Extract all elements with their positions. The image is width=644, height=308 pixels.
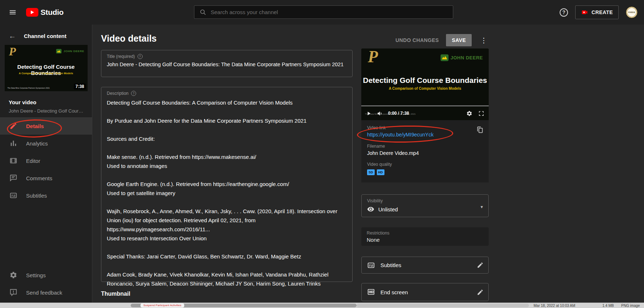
subtitles-card-label: Subtitles: [380, 262, 401, 268]
sidebar-item-editor[interactable]: Editor: [0, 152, 92, 169]
sidebar-item-details[interactable]: Details: [0, 117, 92, 135]
help-button[interactable]: ?: [560, 8, 568, 17]
subtitles-icon: [367, 261, 375, 269]
eye-icon: [367, 206, 374, 213]
pencil-icon: [9, 122, 17, 130]
save-button[interactable]: SAVE: [446, 34, 472, 46]
title-label-row: Title (required) ?: [107, 54, 347, 59]
youtube-play-icon: [26, 8, 38, 17]
overflow-menu-button[interactable]: ⋮: [479, 36, 489, 45]
edit-end-screen-button[interactable]: [477, 289, 484, 296]
deere-icon: [441, 54, 449, 61]
sidebar-item-label: Comments: [26, 175, 52, 181]
description-label-row: Description ?: [107, 91, 347, 96]
search-icon: [199, 9, 206, 16]
feedback-icon: [9, 288, 17, 296]
topbar: Studio ? CREATE PURDUE: [0, 0, 644, 25]
play-icon: [366, 110, 372, 117]
topbar-right-group: ? CREATE PURDUE: [560, 0, 637, 25]
sidebar-footer: Settings Send feedback: [0, 266, 92, 301]
avatar-text: PURDUE: [628, 12, 635, 13]
sidebar-item-label: Details: [26, 123, 44, 129]
scrollbar-handle[interactable]: [357, 304, 529, 307]
chevron-down-icon[interactable]: ▾: [480, 204, 483, 210]
end-screen-icon: [367, 288, 375, 296]
volume-icon: [377, 110, 383, 117]
create-label: CREATE: [592, 9, 613, 15]
description-label: Description: [107, 91, 129, 96]
undo-changes-button[interactable]: UNDO CHANGES: [395, 37, 439, 43]
description-value[interactable]: Detecting Golf Course Boundaries: A Comp…: [107, 98, 347, 288]
player-settings-button[interactable]: [466, 110, 472, 117]
edit-subtitles-button[interactable]: [477, 262, 484, 269]
deere-icon: [56, 49, 62, 54]
your-video-label: Your video: [0, 91, 92, 105]
thumbnail-section-label: Thumbnail: [101, 291, 130, 297]
video-link[interactable]: https://youtu.be/yMI9ecunYck: [367, 132, 434, 138]
title-field[interactable]: Title (required) ? John Deere - Detectin…: [101, 50, 353, 77]
hamburger-icon: [9, 8, 17, 16]
create-button[interactable]: CREATE: [575, 5, 619, 19]
youtube-studio-logo[interactable]: Studio: [26, 8, 64, 17]
back-label: Channel content: [24, 33, 67, 39]
sidebar-item-label: Editor: [26, 158, 40, 164]
filename-value: John Deere Video.mp4: [367, 150, 483, 156]
bar-chart-icon: [9, 139, 17, 147]
thumbnail-title: Detecting Golf Course Boundaries: [361, 76, 489, 85]
john-deere-logo: JOHN DEERE: [441, 54, 483, 61]
header-actions: UNDO CHANGES SAVE ⋮: [395, 34, 489, 46]
sidebar-item-settings[interactable]: Settings: [0, 266, 92, 284]
gear-icon: [9, 271, 17, 279]
fullscreen-button[interactable]: [478, 110, 484, 117]
visibility-row: Unlisted: [367, 206, 483, 213]
background-window-statusbar: Suspend Participant Activities Mar 18, 2…: [0, 303, 644, 308]
title-label: Title (required): [107, 54, 135, 59]
pencil-icon: [477, 262, 484, 269]
thumbnail-subtitle: A Comparison of Computer Vision Models: [361, 87, 489, 90]
back-arrow-icon[interactable]: ←: [9, 33, 16, 39]
background-link[interactable]: Suspend Participant Activities: [140, 303, 184, 308]
file-type: PNG image: [621, 304, 640, 308]
description-field[interactable]: Description ? Detecting Golf Course Boun…: [101, 87, 353, 282]
sidebar-item-subtitles[interactable]: Subtitles: [0, 187, 92, 204]
sidebar-item-send-feedback[interactable]: Send feedback: [0, 284, 92, 301]
filename-label: Filename: [367, 144, 483, 149]
description-help-icon[interactable]: ?: [131, 91, 136, 96]
subtitles-icon: [9, 191, 17, 199]
account-avatar[interactable]: PURDUE: [626, 7, 637, 18]
john-deere-wordmark: JOHN DEERE: [450, 55, 483, 60]
player-right-controls: [466, 110, 484, 117]
channel-search-box[interactable]: [194, 5, 453, 19]
title-help-icon[interactable]: ?: [138, 54, 143, 59]
brand-name: Studio: [41, 8, 64, 17]
end-screen-card-label: End screen: [380, 289, 408, 295]
page-title: Video details: [101, 33, 157, 44]
back-row: ← Channel content: [0, 25, 92, 45]
visibility-card[interactable]: Visibility Unlisted ▾: [361, 194, 489, 217]
subtitles-card[interactable]: Subtitles: [361, 257, 489, 274]
fullscreen-icon: [478, 110, 484, 117]
video-thumbnail[interactable]: P JOHN DEERE Detecting Golf Course Bound…: [5, 45, 88, 91]
title-value[interactable]: John Deere - Detecting Golf Course Bound…: [107, 62, 347, 67]
visibility-label: Visibility: [367, 198, 483, 203]
video-player[interactable]: P JOHN DEERE Detecting Golf Course Bound…: [361, 48, 489, 120]
gear-icon: [466, 110, 472, 117]
restrictions-card[interactable]: Restrictions None: [361, 227, 489, 246]
hamburger-menu-button[interactable]: [9, 8, 17, 16]
video-quality-label: Video quality: [367, 162, 483, 167]
copy-link-button[interactable]: [476, 126, 484, 134]
sidebar-item-analytics[interactable]: Analytics: [0, 135, 92, 152]
volume-button[interactable]: [377, 110, 383, 117]
end-screen-card[interactable]: End screen: [361, 283, 489, 301]
sidebar-item-label: Settings: [26, 272, 46, 278]
sd-quality-badge[interactable]: SD: [367, 169, 375, 175]
right-column: P JOHN DEERE Detecting Golf Course Bound…: [361, 48, 489, 301]
sidebar-item-comments[interactable]: Comments: [0, 169, 92, 187]
pencil-icon: [477, 289, 484, 296]
restrictions-label: Restrictions: [367, 231, 483, 236]
sidebar: ← Channel content P JOHN DEERE Detecting…: [0, 25, 92, 303]
play-button[interactable]: [366, 110, 372, 117]
video-details-form: Title (required) ? John Deere - Detectin…: [101, 50, 353, 292]
search-input[interactable]: [211, 9, 448, 15]
hd-quality-badge[interactable]: HD: [377, 169, 384, 175]
